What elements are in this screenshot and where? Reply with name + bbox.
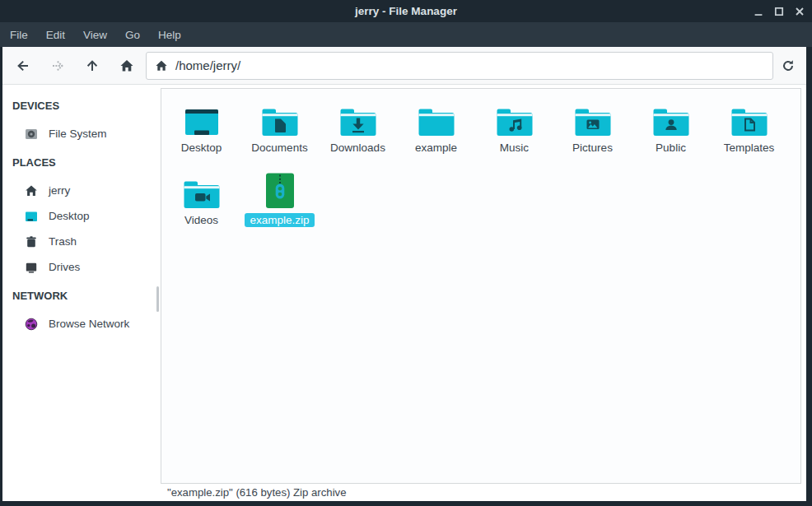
folder-videos-icon [183,168,221,211]
folder-pictures-icon [574,95,612,138]
file-item-example-zip[interactable]: example.zip [240,168,319,240]
up-icon [85,58,100,73]
sidebar-item-trash[interactable]: Trash [2,229,159,254]
refresh-icon [781,58,796,73]
file-label: Pictures [567,141,618,155]
home-icon [119,58,134,73]
folder-downloads-icon [339,95,377,138]
filesystem-icon [25,128,38,141]
file-item-desktop[interactable]: Desktop [162,95,240,168]
forward-button[interactable] [40,51,75,81]
window-content: /home/jerry/ DEVICES File System PLACE [2,47,806,501]
file-label: Music [495,141,534,155]
menu-go[interactable]: Go [116,25,149,45]
refresh-button[interactable] [773,51,803,81]
folder-music-icon [496,95,534,138]
file-manager-window: jerry - File Manager File Edit View Go H… [0,0,812,506]
sidebar-item-label: Browse Network [49,318,129,330]
file-item-downloads[interactable]: Downloads [319,95,397,168]
sidebar-header-devices: DEVICES [2,95,159,115]
close-button[interactable] [792,4,807,19]
minimize-icon [753,6,764,17]
menu-edit[interactable]: Edit [37,25,74,45]
drives-icon [25,261,38,274]
statusbar: "example.zip" (616 bytes) Zip archive [159,484,806,501]
path-home-icon [155,59,168,72]
file-item-documents[interactable]: Documents [240,95,319,168]
sidebar-item-label: File System [49,128,107,140]
close-icon [794,6,805,17]
sidebar-item-label: Drives [49,261,80,273]
sidebar-item-desktop[interactable]: Desktop [2,203,159,229]
titlebar[interactable]: jerry - File Manager [0,0,812,22]
home-icon [25,184,38,197]
window-body: DEVICES File System PLACES jerry [2,85,806,501]
file-item-pictures[interactable]: Pictures [553,95,632,168]
sidebar-item-label: Trash [49,235,77,248]
minimize-button[interactable] [751,4,766,19]
forward-icon [50,58,65,73]
sidebar-item-browse-network[interactable]: Browse Network [2,311,159,337]
sidebar-item-jerry[interactable]: jerry [2,178,159,203]
path-text: /home/jerry/ [175,58,240,72]
sidebar-scrollbar-thumb[interactable] [156,286,159,312]
folder-documents-icon [261,95,299,138]
file-label: Documents [246,141,312,155]
file-view[interactable]: Desktop Documents [161,88,801,484]
file-label: Public [651,141,691,155]
network-globe-icon [25,318,38,331]
zip-archive-icon [263,168,297,211]
file-item-public[interactable]: Public [632,95,710,168]
window-controls [751,0,807,22]
file-label-selected: example.zip [245,213,314,227]
sidebar-item-file-system[interactable]: File System [2,121,159,146]
file-item-templates[interactable]: Templates [710,95,788,168]
file-label: Desktop [176,141,227,155]
statusbar-text: "example.zip" (616 bytes) Zip archive [167,486,347,499]
folder-icon [418,95,455,138]
back-icon [16,58,30,73]
toolbar: /home/jerry/ [2,47,806,85]
path-bar[interactable]: /home/jerry/ [146,52,773,80]
menubar: File Edit View Go Help [0,22,812,47]
window-title: jerry - File Manager [355,5,457,17]
folder-public-icon [652,95,690,138]
desktop-small-icon [25,210,38,223]
home-button[interactable] [110,51,144,81]
file-item-example[interactable]: example [397,95,475,168]
desktop-icon [183,95,221,138]
menu-help[interactable]: Help [149,25,190,45]
menu-file[interactable]: File [1,25,37,45]
file-item-music[interactable]: Music [475,95,553,168]
trash-icon [25,235,38,248]
file-label: example [410,141,462,155]
sidebar-item-label: Desktop [49,210,90,222]
maximize-icon [773,6,785,17]
file-item-videos[interactable]: Videos [162,168,240,240]
menu-view[interactable]: View [74,25,116,45]
main-column: Desktop Documents [159,85,806,501]
back-button[interactable] [6,51,40,81]
sidebar: DEVICES File System PLACES jerry [2,85,159,501]
maximize-button[interactable] [772,4,786,19]
sidebar-header-places: PLACES [2,152,159,172]
sidebar-item-label: jerry [49,184,70,197]
file-label: Templates [719,141,780,155]
sidebar-header-network: NETWORK [2,285,159,305]
up-button[interactable] [75,51,110,81]
sidebar-item-drives[interactable]: Drives [2,254,159,280]
file-label: Downloads [325,141,390,155]
folder-templates-icon [730,95,768,138]
file-label: Videos [180,213,223,227]
